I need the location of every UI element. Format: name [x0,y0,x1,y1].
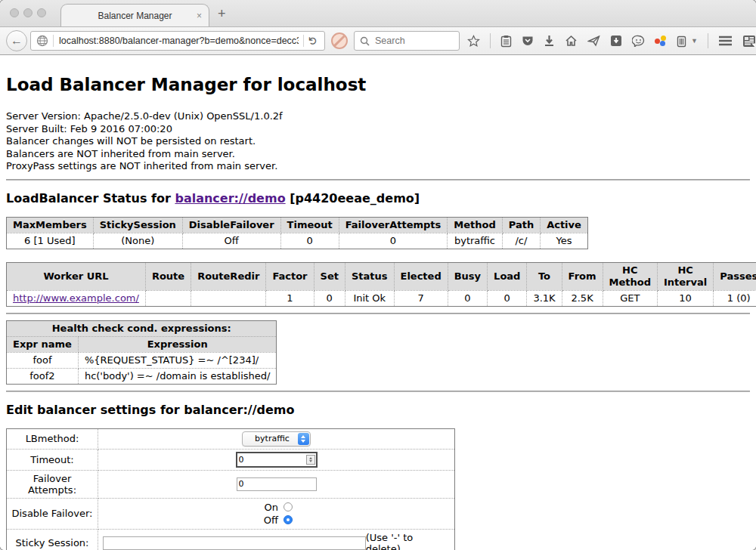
cell-set: 0 [314,290,345,306]
col-from: From [562,262,603,290]
disable-failover-row: Disable Failover: On Off [7,498,455,529]
disable-failover-off-radio[interactable] [284,515,293,524]
cell-hc-interval: 10 [657,290,713,306]
disable-failover-cell: On Off [98,498,455,529]
select-stepper-icon [298,433,309,445]
failover-attempts-cell [98,470,455,498]
sticky-session-label: Sticky Session: [7,529,98,550]
cell-route [145,290,191,306]
urlbar-separator [53,35,54,47]
cell-load: 0 [488,290,527,306]
timeout-input[interactable] [236,452,318,468]
toolbar-separator [490,33,491,48]
sticky-session-input[interactable] [103,536,366,550]
pocket-icon[interactable] [522,35,534,47]
site-identity-globe-icon[interactable] [36,35,48,47]
search-bar[interactable] [354,31,460,51]
hello-smiley-icon[interactable] [632,35,645,47]
edit-settings-heading: Edit balancer settings for balancer://de… [6,403,750,417]
col-load: Load [488,262,527,290]
health-table-title: Health check cond. expressions: [7,320,277,336]
tab-title: Balancer Manager [98,11,172,21]
sticky-session-row: Sticky Session: (Use '-' to delete) [7,529,455,550]
sticky-session-cell: (Use '-' to delete) [98,529,455,550]
disable-failover-on-radio[interactable] [284,502,293,511]
browser-window: Balancer Manager × + ← localhost:8880/ba… [0,0,756,550]
tab-close-icon[interactable]: × [197,11,202,21]
url-text[interactable]: localhost:8880/balancer-manager?b=demo&n… [59,36,299,46]
table-row: foof %{REQUEST_STATUS} =~ /^[234]/ [7,352,277,368]
table-header-row: Expr name Expression [7,336,277,352]
col-factor: Factor [266,262,314,290]
search-input[interactable] [373,35,452,47]
colored-dots-icon[interactable] [655,36,667,46]
balancer-demo-link[interactable]: balancer://demo [175,191,285,205]
table-row: http://www.example.com/ 1 0 Init Ok 7 0 … [7,290,756,306]
menu-icon[interactable] [718,36,733,46]
page-content: Load Balancer Manager for localhost Serv… [0,55,756,550]
cell-passes: 1 (0) [714,290,756,306]
failover-attempts-row: Failover Attempts: [7,470,455,498]
tab-bar: Balancer Manager × + [0,0,756,26]
send-tab-icon[interactable] [587,35,600,47]
lbmethod-select[interactable]: bytraffic [242,431,311,446]
tab-balancer-manager[interactable]: Balancer Manager × [60,4,209,27]
lbmethod-label: LBmethod: [7,428,98,449]
timeout-label: Timeout: [7,449,98,470]
content-blocked-icon[interactable] [331,32,348,49]
square-download-icon[interactable] [610,35,622,47]
sticky-session-hint: (Use '-' to delete) [366,532,451,550]
server-version: Server Version: Apache/2.5.0-dev (Unix) … [6,110,750,123]
bookmark-star-icon[interactable] [467,35,480,48]
failover-attempts-input[interactable] [237,477,317,491]
health-title-row: Health check cond. expressions: [7,320,277,336]
status-heading-suffix: [p4420eeae_demo] [290,191,420,205]
cell-disablefailover: Off [182,233,280,249]
cell-path: /c/ [502,233,540,249]
table-header-row: MaxMembers StickySession DisableFailover… [7,217,588,233]
health-check-table: Health check cond. expressions: Expr nam… [6,320,277,385]
lbmethod-cell: bytraffic [98,428,455,449]
search-icon [360,36,370,46]
proxypass-note: ProxyPass settings are NOT inherited fro… [6,160,750,173]
cell-busy: 0 [448,290,487,306]
panel-icon[interactable] [677,35,686,48]
col-passes: Passes [714,262,756,290]
reload-icon[interactable]: ↻ [307,36,321,46]
window-close-button[interactable] [10,8,19,17]
home-icon[interactable] [565,35,578,47]
inherit-note: Balancers are NOT inherited from main se… [6,148,750,161]
col-expr-name: Expr name [7,336,79,352]
cell-worker-url: http://www.example.com/ [7,290,146,306]
col-status: Status [345,262,394,290]
disable-failover-label: Disable Failover: [7,498,98,529]
worker-url-link[interactable]: http://www.example.com/ [13,292,139,304]
reading-list-icon[interactable] [500,35,512,48]
table-header-row: Worker URL Route RouteRedir Factor Set S… [7,262,756,290]
cell-hc-method: GET [603,290,657,306]
col-maxmembers: MaxMembers [7,217,94,233]
col-expression: Expression [78,336,277,352]
bookmarks-grid-icon[interactable] [742,35,756,48]
col-elected: Elected [394,262,448,290]
cell-elected: 7 [394,290,448,306]
back-button[interactable]: ← [6,30,27,51]
balancer-status-table: MaxMembers StickySession DisableFailover… [6,217,588,249]
worker-table: Worker URL Route RouteRedir Factor Set S… [6,262,756,307]
downloads-icon[interactable] [544,35,555,47]
timeout-row: Timeout: [7,449,455,470]
urlbar-separator-2 [303,35,304,47]
cell-to: 3.1K [527,290,562,306]
cell-stickysession: (None) [93,233,182,249]
cell-expression-foof2: hc('body') =~ /domain is established/ [78,368,277,384]
page-title: Load Balancer Manager for localhost [6,75,750,94]
window-minimize-button[interactable] [23,8,33,17]
col-method: Method [448,217,502,233]
number-spinner-icon[interactable] [306,455,315,465]
toolbar-dropdown-caret-icon[interactable]: ▼ [691,37,698,45]
new-tab-button[interactable]: + [218,6,226,22]
url-bar[interactable]: localhost:8880/balancer-manager?b=demo&n… [30,31,325,51]
window-zoom-button[interactable] [37,8,46,17]
col-path: Path [502,217,540,233]
cell-factor: 1 [266,290,314,306]
